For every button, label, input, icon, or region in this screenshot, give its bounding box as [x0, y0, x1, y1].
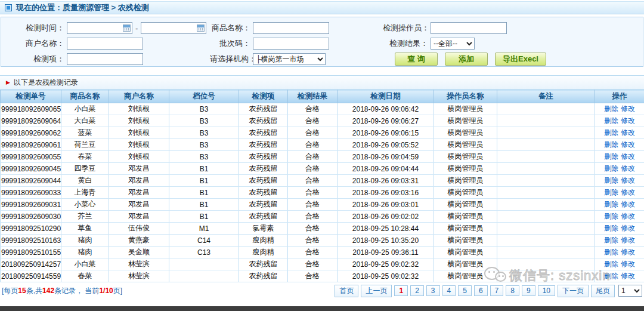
page-button-8[interactable]: 8	[506, 285, 519, 296]
cell-date: 2018-09-26 09:03:31	[338, 175, 434, 187]
modify-link[interactable]: 修改	[621, 260, 635, 268]
column-header: 检测日期	[338, 90, 434, 103]
detect-item-input[interactable]	[67, 53, 143, 65]
modify-link[interactable]: 修改	[621, 176, 635, 184]
cell-item: 农药残留	[239, 163, 288, 175]
delete-link[interactable]: 删除	[604, 152, 618, 161]
page-button-4[interactable]: 4	[442, 285, 456, 296]
bottom-bar	[0, 306, 644, 311]
cell-remark	[497, 211, 595, 223]
cell-actions: 删除修改	[595, 270, 644, 282]
cell-actions: 删除修改	[595, 223, 644, 235]
table-header-row: 检测单号商品名称商户名称档位号检测项检测结果检测日期操作员名称备注操作	[1, 90, 644, 103]
cell-operator: 横岗管理员	[434, 175, 497, 187]
column-header: 检测项	[239, 90, 288, 103]
records-table: 检测单号商品名称商户名称档位号检测项检测结果检测日期操作员名称备注操作 9999…	[0, 90, 644, 282]
calendar-icon[interactable]	[123, 24, 131, 32]
modify-link[interactable]: 修改	[621, 200, 635, 208]
cell-remark	[497, 163, 595, 175]
export-excel-button[interactable]: 导出Execl	[495, 53, 546, 66]
cell-product: 黄白	[61, 175, 109, 187]
page-button-9[interactable]: 9	[522, 285, 535, 296]
page-button-2[interactable]: 2	[410, 285, 424, 296]
cell-result: 合格	[288, 103, 338, 115]
last-page-button[interactable]: 尾页	[591, 285, 615, 297]
detect-time-label: 检测时间：	[1, 23, 67, 33]
modify-link[interactable]: 修改	[621, 224, 635, 232]
cell-operator: 横岗管理员	[434, 115, 497, 127]
delete-link[interactable]: 删除	[604, 164, 618, 173]
modify-link[interactable]: 修改	[621, 128, 635, 137]
delete-link[interactable]: 删除	[604, 260, 618, 268]
cell-actions: 删除修改	[595, 115, 644, 127]
table-row: 201809250914257小白菜林莹滨农药残留合格2018-09-25 09…	[1, 258, 644, 270]
modify-link[interactable]: 修改	[621, 272, 635, 280]
page-button-1[interactable]: 1	[394, 285, 408, 296]
page-button-5[interactable]: 5	[458, 285, 472, 296]
delete-link[interactable]: 删除	[604, 128, 618, 137]
delete-link[interactable]: 删除	[604, 248, 618, 256]
modify-link[interactable]: 修改	[621, 212, 635, 220]
modify-link[interactable]: 修改	[621, 152, 635, 161]
delete-link[interactable]: 删除	[604, 212, 618, 220]
modify-link[interactable]: 修改	[621, 164, 635, 173]
modify-link[interactable]: 修改	[621, 140, 635, 149]
cell-actions: 删除修改	[595, 187, 644, 199]
cell-order-no: 999918092609044182	[1, 175, 61, 187]
modify-link[interactable]: 修改	[621, 188, 635, 196]
page-button-7[interactable]: 7	[490, 285, 504, 296]
page-button-3[interactable]: 3	[426, 285, 440, 296]
cell-merchant: 邓发昌	[109, 187, 169, 199]
cell-remark	[497, 139, 595, 151]
page-jump-select[interactable]: 1	[618, 285, 642, 297]
batch-code-input[interactable]	[253, 38, 329, 50]
cell-item: 氯霉素	[239, 223, 288, 235]
delete-link[interactable]: 删除	[604, 104, 618, 113]
delete-link[interactable]: 删除	[604, 224, 618, 232]
cell-order-no: 999918092609045917	[1, 163, 61, 175]
cell-item: 农药残留	[239, 270, 288, 282]
org-select[interactable]: ├横岗第一市场	[253, 53, 326, 65]
query-button[interactable]: 查 询	[395, 53, 438, 66]
cell-result: 合格	[288, 247, 338, 258]
delete-link[interactable]: 删除	[604, 188, 618, 196]
cell-item: 农药残留	[239, 139, 288, 151]
first-page-button[interactable]: 首页	[335, 285, 358, 297]
modify-link[interactable]: 修改	[621, 104, 635, 113]
product-name-input[interactable]	[253, 22, 329, 34]
cell-stall: C14	[169, 235, 239, 247]
merchant-name-input[interactable]	[67, 38, 143, 50]
cell-merchant: 黄燕豪	[109, 235, 169, 247]
cell-order-no: 999918092510290419	[1, 223, 61, 235]
next-page-button[interactable]: 下一页	[558, 285, 589, 297]
add-button[interactable]: 添加	[445, 53, 488, 66]
column-header: 商户名称	[109, 90, 169, 103]
detect-operator-input[interactable]	[431, 22, 507, 34]
cell-actions: 删除修改	[595, 139, 644, 151]
calendar-icon[interactable]	[197, 24, 205, 32]
cell-stall: B1	[169, 211, 239, 223]
table-row: 999918092609061530荷兰豆刘镇根B3农药残留合格2018-09-…	[1, 139, 644, 151]
delete-link[interactable]: 删除	[604, 272, 618, 280]
delete-link[interactable]: 删除	[604, 236, 618, 244]
modify-link[interactable]: 修改	[621, 248, 635, 256]
modify-link[interactable]: 修改	[621, 116, 635, 125]
delete-link[interactable]: 删除	[604, 140, 618, 149]
location-icon	[5, 4, 12, 11]
cell-stall	[169, 270, 239, 282]
cell-result: 合格	[288, 115, 338, 127]
delete-link[interactable]: 删除	[604, 176, 618, 184]
delete-link[interactable]: 删除	[604, 116, 618, 125]
page-button-10[interactable]: 10	[538, 285, 555, 296]
cell-order-no: 201809250914559	[1, 270, 61, 282]
column-header: 检测单号	[1, 90, 61, 103]
delete-link[interactable]: 删除	[604, 200, 618, 208]
cell-operator: 横岗管理员	[434, 139, 497, 151]
prev-page-button[interactable]: 上一页	[361, 285, 392, 297]
modify-link[interactable]: 修改	[621, 236, 635, 244]
cell-result: 合格	[288, 235, 338, 247]
detect-result-select[interactable]: --全部--	[431, 38, 475, 50]
page-button-6[interactable]: 6	[474, 285, 488, 296]
cell-stall: C13	[169, 247, 239, 258]
cell-order-no: 999918092510163192	[1, 235, 61, 247]
